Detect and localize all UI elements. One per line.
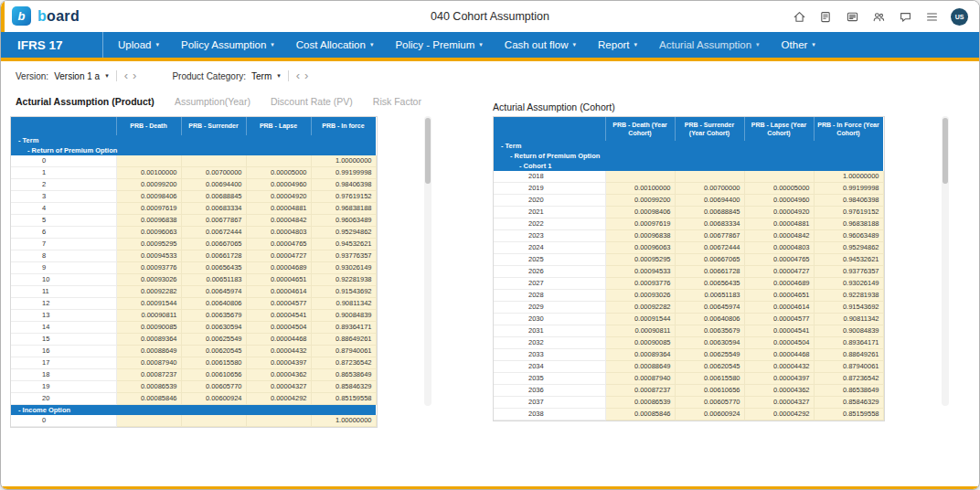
value-cell[interactable]: 0.00688845 xyxy=(675,207,744,218)
value-cell[interactable]: 0.00099200 xyxy=(605,195,675,207)
value-cell[interactable]: 0.00635679 xyxy=(675,325,744,337)
value-cell[interactable]: 0.00683334 xyxy=(181,203,246,215)
nav-item-upload[interactable]: Upload▾ xyxy=(118,39,159,50)
value-cell[interactable]: 0.00099200 xyxy=(116,179,181,191)
value-cell[interactable]: 0.00088649 xyxy=(116,346,181,357)
value-cell[interactable]: 0.00600924 xyxy=(675,409,744,421)
value-cell[interactable]: 0.00645974 xyxy=(675,302,744,314)
value-cell[interactable]: 0.00004577 xyxy=(246,298,311,310)
value-cell[interactable]: 0.00004432 xyxy=(246,346,311,357)
value-cell[interactable]: 0.00004468 xyxy=(246,334,311,346)
value-cell[interactable]: 1.00000000 xyxy=(311,415,376,427)
value-cell[interactable] xyxy=(744,171,814,183)
value-cell[interactable]: 0.00004651 xyxy=(744,290,814,302)
value-cell[interactable]: 0.00004397 xyxy=(744,373,814,385)
nav-brand[interactable]: IFRS 17 xyxy=(1,32,103,58)
value-cell[interactable]: 0.00088649 xyxy=(605,361,675,373)
value-cell[interactable]: 0.00667065 xyxy=(675,254,744,266)
column-header[interactable]: PRB - Surrender (Year Cohort) xyxy=(675,117,744,141)
value-cell[interactable]: 0.00094533 xyxy=(605,266,675,278)
value-cell[interactable] xyxy=(181,415,246,427)
value-cell[interactable]: 0.00610656 xyxy=(181,369,246,381)
value-cell[interactable]: 0.00096838 xyxy=(605,230,675,242)
value-cell[interactable]: 0.00092282 xyxy=(605,302,675,314)
value-cell[interactable]: 0.00097619 xyxy=(116,203,181,215)
value-cell[interactable]: 0.98406398 xyxy=(814,195,883,207)
value-cell[interactable]: 0.00087940 xyxy=(116,357,181,369)
value-cell[interactable]: 0.00093026 xyxy=(605,290,675,302)
group-row-label[interactable]: - Cohort 1 xyxy=(494,161,883,171)
value-cell[interactable]: 0.91543692 xyxy=(814,302,883,314)
value-cell[interactable]: 0.00100000 xyxy=(116,167,181,179)
column-header[interactable]: PRB - Lapse xyxy=(246,117,311,135)
value-cell[interactable]: 0.00694400 xyxy=(675,195,744,207)
value-cell[interactable]: 0.93026149 xyxy=(311,262,376,274)
value-cell[interactable]: 0.88649261 xyxy=(311,334,376,346)
version-dropdown-icon[interactable]: ▾ xyxy=(105,72,109,80)
value-cell[interactable]: 0.85846329 xyxy=(814,397,883,409)
value-cell[interactable]: 0.93026149 xyxy=(814,278,883,290)
nav-item-other[interactable]: Other▾ xyxy=(782,39,815,50)
product-next-button[interactable]: › xyxy=(304,71,308,80)
value-cell[interactable]: 0.00004432 xyxy=(744,361,814,373)
value-cell[interactable]: 0.00004689 xyxy=(744,278,814,290)
value-cell[interactable]: 0.91543692 xyxy=(311,286,376,298)
value-cell[interactable]: 0.00615580 xyxy=(181,357,246,369)
value-cell[interactable]: 0.00610656 xyxy=(675,385,744,397)
value-cell[interactable]: 0.00004803 xyxy=(744,242,814,254)
value-cell[interactable]: 0.00683334 xyxy=(675,218,744,230)
value-cell[interactable]: 0.00620545 xyxy=(181,346,246,357)
value-cell[interactable]: 0.86538649 xyxy=(814,385,883,397)
value-cell[interactable]: 0.00004362 xyxy=(744,385,814,397)
value-cell[interactable]: 0.92281938 xyxy=(814,290,883,302)
value-cell[interactable]: 0.00097619 xyxy=(605,218,675,230)
value-cell[interactable]: 0.00096838 xyxy=(116,215,181,227)
value-cell[interactable]: 0.00004960 xyxy=(246,179,311,191)
value-cell[interactable]: 0.92281938 xyxy=(311,274,376,286)
value-cell[interactable]: 0.89364171 xyxy=(814,337,883,349)
tab-risk-factor[interactable]: Risk Factor xyxy=(373,96,421,107)
version-value[interactable]: Version 1 a xyxy=(54,71,100,81)
value-cell[interactable]: 0.00605770 xyxy=(675,397,744,409)
value-cell[interactable]: 0.99199998 xyxy=(311,167,376,179)
value-cell[interactable]: 0.95294862 xyxy=(311,227,376,239)
value-cell[interactable]: 0.00004504 xyxy=(246,322,311,334)
value-cell[interactable]: 0.00093776 xyxy=(116,262,181,274)
value-cell[interactable]: 0.96063489 xyxy=(814,230,883,242)
value-cell[interactable]: 0.95294862 xyxy=(814,242,883,254)
value-cell[interactable]: 0.00605770 xyxy=(181,381,246,393)
nav-item-report[interactable]: Report▾ xyxy=(598,39,637,50)
value-cell[interactable]: 0.00091544 xyxy=(116,298,181,310)
chat-icon[interactable] xyxy=(898,9,912,24)
value-cell[interactable]: 0.00091544 xyxy=(605,314,675,325)
value-cell[interactable]: 0.00004468 xyxy=(744,349,814,361)
nav-item-policy-premium[interactable]: Policy - Premium▾ xyxy=(395,39,482,50)
nav-item-cost-allocation[interactable]: Cost Allocation▾ xyxy=(296,39,374,50)
group-row-label[interactable]: - Return of Premium Option xyxy=(11,145,376,155)
group-row-label[interactable]: - Term xyxy=(494,141,883,151)
value-cell[interactable]: 0.00600924 xyxy=(181,393,246,405)
value-cell[interactable]: 0.00092282 xyxy=(116,286,181,298)
left-scrollbar[interactable] xyxy=(424,116,431,406)
value-cell[interactable]: 0.00620545 xyxy=(675,361,744,373)
value-cell[interactable] xyxy=(246,155,311,167)
value-cell[interactable]: 0.00004327 xyxy=(246,381,311,393)
value-cell[interactable]: 0.00086539 xyxy=(605,397,675,409)
value-cell[interactable]: 0.00651183 xyxy=(181,274,246,286)
value-cell[interactable]: 0.00004803 xyxy=(246,227,311,239)
menu-icon[interactable] xyxy=(924,9,939,24)
value-cell[interactable]: 0.00005000 xyxy=(246,167,311,179)
value-cell[interactable]: 0.00004614 xyxy=(246,286,311,298)
value-cell[interactable]: 0.87236542 xyxy=(814,373,883,385)
value-cell[interactable]: 0.93776357 xyxy=(814,266,883,278)
value-cell[interactable]: 0.00004397 xyxy=(246,357,311,369)
value-cell[interactable]: 0.00085846 xyxy=(116,393,181,405)
home-icon[interactable] xyxy=(792,9,806,24)
value-cell[interactable]: 0.00694400 xyxy=(181,179,246,191)
column-header[interactable]: PRB - Death xyxy=(116,117,181,135)
value-cell[interactable]: 0.96838188 xyxy=(814,218,883,230)
value-cell[interactable]: 0.00004577 xyxy=(744,314,814,325)
value-cell[interactable]: 0.00625549 xyxy=(675,349,744,361)
value-cell[interactable]: 0.00090085 xyxy=(116,322,181,334)
value-cell[interactable]: 0.85159558 xyxy=(814,409,883,421)
